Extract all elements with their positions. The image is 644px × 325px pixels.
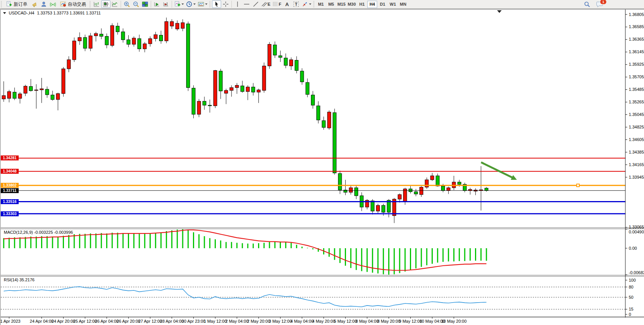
cursor-tool-button[interactable] bbox=[212, 0, 221, 8]
macd-histogram-bar bbox=[204, 236, 205, 248]
tile-windows-button[interactable] bbox=[140, 0, 150, 8]
chart-shift-button[interactable] bbox=[161, 0, 171, 8]
macd-histogram-bar bbox=[475, 248, 476, 261]
price-tick-label: 1.35045 bbox=[629, 112, 644, 117]
timeframe-W1[interactable]: W1 bbox=[388, 1, 398, 8]
time-tick-label: 25 Apr 12:00 bbox=[73, 319, 97, 323]
macd-histogram-bar bbox=[90, 233, 91, 248]
macd-histogram-bar bbox=[30, 236, 32, 248]
candle-body bbox=[35, 90, 38, 90]
chart-window: USDCAD-,H4 1.33753 1.33773 1.33691 1.337… bbox=[0, 9, 644, 325]
chart-shift-marker-icon[interactable] bbox=[497, 10, 502, 13]
candle-body bbox=[457, 182, 461, 184]
candle-body bbox=[382, 205, 385, 212]
candle-body bbox=[165, 22, 168, 41]
fibonacci-tool-button[interactable]: F bbox=[271, 0, 282, 8]
chat-button[interactable]: 1 bbox=[595, 0, 604, 8]
toolbar-grip[interactable] bbox=[1, 1, 2, 7]
zoom-out-button[interactable] bbox=[131, 0, 140, 8]
periods-button[interactable] bbox=[185, 0, 197, 8]
candle-body bbox=[51, 95, 54, 100]
timeframe-M30[interactable]: M30 bbox=[347, 1, 357, 8]
timeframe-M15[interactable]: M15 bbox=[336, 1, 346, 8]
crosshair-tool-button[interactable] bbox=[221, 0, 230, 8]
candle-body bbox=[24, 86, 27, 94]
trendline-tool-button[interactable] bbox=[251, 0, 260, 8]
trend-arrow-annotation[interactable] bbox=[481, 162, 513, 178]
candle-body bbox=[235, 85, 239, 87]
macd-histogram-bar bbox=[405, 248, 406, 271]
signals-button[interactable] bbox=[48, 0, 57, 8]
text-tool-button[interactable]: A bbox=[282, 0, 292, 8]
macd-histogram-bar bbox=[36, 236, 37, 248]
candle-body bbox=[100, 34, 103, 36]
macd-histogram-bar bbox=[421, 248, 422, 267]
zoom-in-button[interactable] bbox=[122, 0, 131, 8]
macd-axis-label: 0.00 bbox=[629, 246, 637, 251]
horizontal-line-tool-button[interactable] bbox=[242, 0, 251, 8]
line-chart-icon bbox=[112, 1, 118, 7]
timeframe-MN[interactable]: MN bbox=[398, 1, 408, 8]
candle-body bbox=[430, 176, 434, 179]
vertical-line-tool-button[interactable] bbox=[233, 0, 242, 8]
macd-axis-label: -0.006838 bbox=[629, 270, 644, 275]
macd-histogram-bar bbox=[123, 233, 124, 248]
time-tick-label: 28 Apr 04:00 bbox=[160, 319, 183, 323]
macd-histogram-bar bbox=[74, 234, 75, 248]
candle-body bbox=[485, 188, 488, 190]
macd-histogram-bar bbox=[432, 248, 433, 264]
macd-histogram-bar bbox=[263, 243, 265, 248]
profile-chart-icon bbox=[41, 1, 47, 7]
timeframe-H1[interactable]: H1 bbox=[357, 1, 367, 8]
toolbar-grip[interactable] bbox=[313, 1, 314, 7]
label-tool-button[interactable]: T bbox=[292, 0, 301, 8]
line-drag-handle[interactable] bbox=[577, 184, 579, 187]
indicators-button[interactable] bbox=[173, 0, 185, 8]
new-order-icon bbox=[6, 1, 12, 7]
candle-body bbox=[138, 39, 141, 49]
timeframe-D1[interactable]: D1 bbox=[378, 1, 387, 8]
macd-histogram-bar bbox=[334, 248, 335, 260]
chart-symbol-period: USDCAD-,H4 bbox=[9, 11, 34, 15]
market-button[interactable] bbox=[39, 0, 48, 8]
macd-histogram-bar bbox=[236, 243, 238, 248]
time-tick-label: 24 Apr 20:00 bbox=[51, 319, 75, 323]
macd-histogram-bar bbox=[415, 248, 416, 268]
search-icon bbox=[584, 1, 590, 8]
candle-body bbox=[273, 45, 277, 55]
timeframe-H4[interactable]: H4 bbox=[367, 1, 377, 8]
macd-histogram-bar bbox=[14, 237, 15, 248]
auto-scroll-button[interactable] bbox=[152, 0, 161, 8]
auto-trading-button[interactable]: 自动交易 bbox=[57, 0, 89, 8]
toolbar-grip[interactable] bbox=[209, 1, 210, 7]
bar-chart-button[interactable] bbox=[92, 0, 101, 8]
candle-body bbox=[436, 176, 439, 186]
line-chart-button[interactable] bbox=[110, 0, 120, 8]
news-button[interactable] bbox=[30, 0, 39, 8]
candle-body bbox=[8, 92, 11, 98]
macd-histogram-bar bbox=[258, 243, 259, 248]
macd-histogram-bar bbox=[296, 245, 297, 248]
chart-canvas[interactable] bbox=[1, 9, 644, 325]
macd-histogram-bar bbox=[459, 248, 460, 261]
candlestick-chart-button[interactable] bbox=[101, 0, 110, 8]
candle-body bbox=[403, 189, 407, 201]
arrows-tool-button[interactable] bbox=[301, 0, 312, 8]
templates-button[interactable] bbox=[197, 0, 209, 8]
time-tick-label: 27 Apr 12:00 bbox=[138, 319, 162, 323]
candle-body bbox=[349, 188, 352, 192]
macd-histogram-bar bbox=[388, 248, 389, 274]
macd-histogram-bar bbox=[269, 242, 270, 248]
candle-body bbox=[425, 180, 429, 187]
channel-tool-button[interactable]: E bbox=[260, 0, 271, 8]
candle-body bbox=[89, 36, 92, 48]
toolbar-grip[interactable] bbox=[89, 1, 91, 7]
candle-body bbox=[311, 95, 315, 105]
timeframe-M1[interactable]: M1 bbox=[316, 1, 326, 8]
chart-menu-arrow-icon[interactable] bbox=[3, 12, 6, 14]
search-button[interactable] bbox=[582, 0, 591, 8]
new-order-button[interactable]: 新订单 bbox=[3, 0, 30, 8]
timeframe-M5[interactable]: M5 bbox=[326, 1, 336, 8]
macd-histogram-bar bbox=[242, 243, 243, 248]
toolbar-separator bbox=[231, 1, 232, 8]
